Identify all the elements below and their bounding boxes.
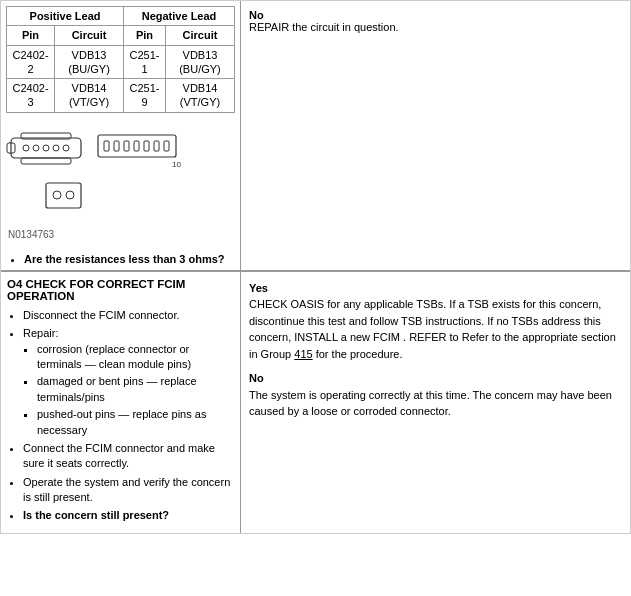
yes-no-block: Yes CHECK OASIS for any applicable TSBs.… — [249, 280, 622, 420]
leads-table: Positive Lead Negative Lead Pin Circuit … — [6, 6, 235, 113]
step-connect: Connect the FCIM connector and make sure… — [23, 441, 234, 472]
yes-text-2: for the procedure. — [316, 348, 403, 360]
resistance-question: Are the resistances less than 3 ohms? — [24, 253, 225, 265]
neg-pin: C251-9 — [124, 79, 166, 113]
neg-circuit: VDB13 (BU/GY) — [165, 45, 234, 79]
top-left-panel: Positive Lead Negative Lead Pin Circuit … — [1, 1, 241, 270]
svg-point-6 — [63, 145, 69, 151]
repair-pushed-pins: pushed-out pins — replace pins as necess… — [37, 407, 234, 438]
no-text-bottom: The system is operating correctly at thi… — [249, 389, 612, 418]
positive-lead-header: Positive Lead — [7, 7, 124, 26]
table-row: C2402-3 VDB14 (VT/GY) C251-9 VDB14 (VT/G… — [7, 79, 235, 113]
circuit-header-2: Circuit — [165, 26, 234, 45]
top-section: Positive Lead Negative Lead Pin Circuit … — [1, 1, 630, 271]
diagram-area: 10 N0134763 Are the resistances less tha… — [6, 123, 235, 265]
step-repair: Repair: corrosion (replace connector or … — [23, 326, 234, 438]
svg-rect-10 — [104, 141, 109, 151]
connector-1-icon — [6, 123, 86, 173]
svg-rect-16 — [164, 141, 169, 151]
svg-text:10: 10 — [172, 160, 181, 169]
svg-point-3 — [33, 145, 39, 151]
question-area: Are the resistances less than 3 ohms? — [6, 253, 225, 265]
pin-header-1: Pin — [7, 26, 55, 45]
pin-header-2: Pin — [124, 26, 166, 45]
step-disconnect: Disconnect the FCIM connector. — [23, 308, 234, 323]
repair-list: corrosion (replace connector or terminal… — [37, 342, 234, 438]
svg-rect-11 — [114, 141, 119, 151]
circuit-header-1: Circuit — [55, 26, 124, 45]
yes-label: Yes — [249, 282, 268, 294]
svg-point-20 — [66, 191, 74, 199]
small-connector-area — [41, 178, 86, 220]
no-label-top: No — [249, 9, 264, 21]
svg-rect-18 — [46, 183, 81, 208]
page: Positive Lead Negative Lead Pin Circuit … — [0, 0, 631, 534]
diagram-row: 10 — [6, 123, 181, 173]
svg-rect-8 — [21, 158, 71, 164]
no-block: No The system is operating correctly at … — [249, 370, 622, 420]
yes-block: Yes CHECK OASIS for any applicable TSBs.… — [249, 280, 622, 363]
negative-lead-header: Negative Lead — [124, 7, 235, 26]
repair-corrosion: corrosion (replace connector or terminal… — [37, 342, 234, 373]
svg-rect-0 — [11, 138, 81, 158]
no-label-bottom: No — [249, 372, 264, 384]
connector-2-icon: 10 — [96, 125, 181, 170]
pos-circuit: VDB14 (VT/GY) — [55, 79, 124, 113]
pos-circuit: VDB13 (BU/GY) — [55, 45, 124, 79]
step-operate: Operate the system and verify the concer… — [23, 475, 234, 506]
top-right-no-block: No REPAIR the circuit in question. — [249, 9, 622, 33]
svg-rect-15 — [154, 141, 159, 151]
final-question: Is the concern still present? — [23, 508, 234, 523]
pos-pin: C2402-2 — [7, 45, 55, 79]
svg-rect-14 — [144, 141, 149, 151]
top-right-panel: No REPAIR the circuit in question. — [241, 1, 630, 270]
bottom-right-panel: Yes CHECK OASIS for any applicable TSBs.… — [241, 271, 630, 533]
n-label: N0134763 — [8, 229, 54, 240]
svg-point-5 — [53, 145, 59, 151]
svg-point-2 — [23, 145, 29, 151]
neg-pin: C251-1 — [124, 45, 166, 79]
section-title: O4 CHECK FOR CORRECT FCIM OPERATION — [7, 278, 234, 302]
group-415-link[interactable]: 415 — [294, 348, 312, 360]
bottom-section: O4 CHECK FOR CORRECT FCIM OPERATION Disc… — [1, 271, 630, 533]
pos-pin: C2402-3 — [7, 79, 55, 113]
svg-point-4 — [43, 145, 49, 151]
table-row: C2402-2 VDB13 (BU/GY) C251-1 VDB13 (BU/G… — [7, 45, 235, 79]
bottom-left-panel: O4 CHECK FOR CORRECT FCIM OPERATION Disc… — [1, 271, 241, 533]
repair-bent-pins: damaged or bent pins — replace terminals… — [37, 374, 234, 405]
svg-point-19 — [53, 191, 61, 199]
no-text-top: REPAIR the circuit in question. — [249, 21, 399, 33]
connector-3-icon — [41, 178, 86, 218]
svg-rect-12 — [124, 141, 129, 151]
neg-circuit: VDB14 (VT/GY) — [165, 79, 234, 113]
steps-list: Disconnect the FCIM connector. Repair: c… — [23, 308, 234, 524]
svg-rect-13 — [134, 141, 139, 151]
